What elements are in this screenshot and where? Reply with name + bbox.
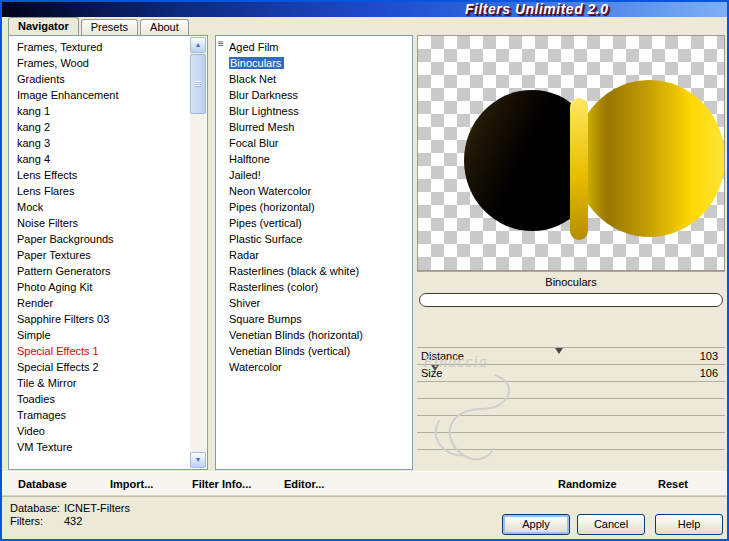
category-item[interactable]: Special Effects 1 [17,343,190,359]
filter-item[interactable]: Neon Watercolor [229,183,411,199]
category-item[interactable]: Tile & Mirror [17,375,190,391]
category-item[interactable]: Lens Flares [17,183,190,199]
tab-navigator-label: Navigator [18,20,69,32]
window-title: Filters Unlimited 2.0 [465,1,609,17]
empty-parameter-row [417,432,725,449]
category-item[interactable]: kang 2 [17,119,190,135]
filter-item[interactable]: Shiver [229,295,411,311]
category-item[interactable]: Noise Filters [17,215,190,231]
filter-item[interactable]: Venetian Blinds (vertical) [229,343,411,359]
filter-item[interactable]: Blurred Mesh [229,119,411,135]
category-item[interactable]: kang 3 [17,135,190,151]
filter-item[interactable]: Watercolor [229,359,411,375]
parameter-slider-row[interactable]: Distance103 [417,347,725,364]
status-filters-value: 432 [64,515,82,527]
filters-unlimited-window: Filters Unlimited 2.0 Navigator Presets … [0,0,729,541]
category-item[interactable]: Render [17,295,190,311]
database-button[interactable]: Database [18,472,67,497]
category-item[interactable]: Special Effects 2 [17,359,190,375]
filter-info-button[interactable]: Filter Info... [192,472,251,497]
slider-pointer[interactable] [555,348,563,354]
parameter-value: 106 [700,366,718,381]
reset-button[interactable]: Reset [658,472,688,497]
category-item[interactable]: Mock [17,199,190,215]
scroll-up-icon[interactable]: ▲ [190,37,206,53]
filter-item[interactable]: Binoculars [229,55,411,71]
status-database-label: Database: [10,502,64,514]
filter-item[interactable]: Blur Lightness [229,103,411,119]
empty-parameter-row [417,415,725,432]
filter-item[interactable]: Jailed! [229,167,411,183]
preview-image [417,35,725,271]
filter-item[interactable]: Pipes (vertical) [229,215,411,231]
filter-item[interactable]: Plastic Surface [229,231,411,247]
empty-parameter-row [417,381,725,398]
filter-item[interactable]: Focal Blur [229,135,411,151]
empty-parameter-row [417,398,725,415]
category-item[interactable]: Sapphire Filters 03 [17,311,190,327]
parameter-rows: Distance103Size106 [417,347,725,470]
filter-item[interactable]: Radar [229,247,411,263]
status-database-value: ICNET-Filters [64,502,130,514]
status-database: Database:ICNET-Filters [10,502,130,514]
filter-item[interactable]: Halftone [229,151,411,167]
category-list: Frames, TexturedFrames, WoodGradientsIma… [8,35,208,470]
tab-about-label: About [150,21,179,33]
status-filters-label: Filters: [10,515,64,527]
category-items: Frames, TexturedFrames, WoodGradientsIma… [10,36,190,469]
category-item[interactable]: Video [17,423,190,439]
preview-filter-name-bar: Binoculars [417,271,725,291]
scrollbar-thumb[interactable] [190,54,206,114]
cancel-button[interactable]: Cancel [577,514,645,535]
filter-item[interactable]: Square Bumps [229,311,411,327]
preview-panel: Binoculars Distance103Size106 Finuccia [417,35,725,470]
category-item[interactable]: Pattern Generators [17,263,190,279]
status-filters: Filters:432 [10,515,82,527]
preview-filter-name: Binoculars [545,276,596,288]
category-item[interactable]: VM Texture [17,439,190,455]
apply-button[interactable]: Apply [502,514,570,535]
category-item[interactable]: Image Enhancement [17,87,190,103]
help-button[interactable]: Help [655,514,723,535]
category-item[interactable]: Frames, Textured [17,39,190,55]
category-item[interactable]: Tramages [17,407,190,423]
lens-right [574,80,725,237]
category-item[interactable]: kang 1 [17,103,190,119]
filter-item[interactable]: Blur Darkness [229,87,411,103]
tab-presets[interactable]: Presets [81,19,138,35]
randomize-button[interactable]: Randomize [558,472,617,497]
filter-item[interactable]: Pipes (horizontal) [229,199,411,215]
title-bar[interactable]: Filters Unlimited 2.0 [2,2,727,17]
empty-parameter-row [417,449,725,466]
scroll-down-icon[interactable]: ▼ [190,452,206,468]
tab-about[interactable]: About [140,19,189,35]
selected-filter: Binoculars [229,57,284,69]
category-item[interactable]: Photo Aging Kit [17,279,190,295]
category-item[interactable]: Lens Effects [17,167,190,183]
filter-item[interactable]: Black Net [229,71,411,87]
category-item[interactable]: Frames, Wood [17,55,190,71]
filter-item[interactable]: Rasterlines (color) [229,279,411,295]
category-item[interactable]: Paper Textures [17,247,190,263]
filter-items: Aged FilmBinocularsBlack NetBlur Darknes… [217,36,411,469]
tab-bar: Navigator Presets About [8,17,189,35]
parameter-name: Distance [421,349,464,364]
category-scrollbar[interactable]: ▲ ▼ [190,37,206,468]
category-item[interactable]: Simple [17,327,190,343]
editor-button[interactable]: Editor... [284,472,324,497]
parameter-slider-row[interactable]: Size106 [417,364,725,381]
filter-item[interactable]: Venetian Blinds (horizontal) [229,327,411,343]
lens-seam [570,98,588,240]
import-button[interactable]: Import... [110,472,153,497]
category-item[interactable]: Gradients [17,71,190,87]
status-bar: Database:ICNET-Filters Filters:432 Apply… [2,496,727,539]
filter-item[interactable]: Rasterlines (black & white) [229,263,411,279]
parameter-value: 103 [700,349,718,364]
filter-list: ≡ Aged FilmBinocularsBlack NetBlur Darkn… [215,35,413,470]
tab-navigator[interactable]: Navigator [8,17,79,35]
category-item[interactable]: Paper Backgrounds [17,231,190,247]
category-item[interactable]: kang 4 [17,151,190,167]
slider-pointer[interactable] [431,365,439,371]
filter-item[interactable]: Aged Film [229,39,411,55]
category-item[interactable]: Toadies [17,391,190,407]
